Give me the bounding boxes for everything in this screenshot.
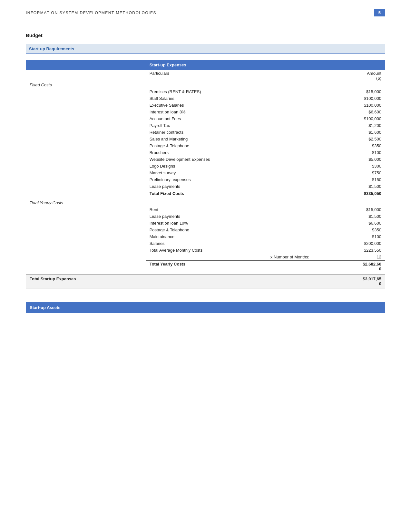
list-item: Total Average Monthly Costs $223,550 <box>26 247 385 254</box>
total-yearly-label: Total Yearly Costs <box>146 261 313 273</box>
table-header-row: Start-up Expenses <box>26 60 385 70</box>
list-item: Lease payments $1,500 <box>26 213 385 220</box>
startup-requirements-label: Start-up Requirements <box>29 46 74 51</box>
list-item: Salaries $200,000 <box>26 240 385 247</box>
list-item: Interest on loan 10% $6,600 <box>26 220 385 227</box>
subheader-row: Particulars Amount ($) <box>26 70 385 82</box>
main-content: Budget Start-up Requirements Start-up Ex… <box>0 20 411 326</box>
startup-assets-bar: Start-up Assets <box>26 302 385 313</box>
list-item: Postage & Telephone $350 <box>26 227 385 233</box>
list-item: Lease payments $1,500 <box>26 183 385 190</box>
list-item: Market survey $750 <box>26 169 385 176</box>
list-item: Executive Salaries $100,000 <box>26 102 385 109</box>
spacer-row <box>26 197 385 199</box>
list-item: Staff Salaries $100,000 <box>26 95 385 102</box>
particulars-col-header: Particulars <box>146 70 313 82</box>
list-item: Maintainance $100 <box>26 233 385 240</box>
list-item: Website Development Expenses $5,000 <box>26 156 385 163</box>
months-label: x Number of Months: <box>146 254 313 261</box>
fixed-costs-label-row: Fixed Costs <box>26 82 385 88</box>
total-fixed-costs-row: Total Fixed Costs $335,050 <box>26 190 385 197</box>
list-item: Preliminary expenses $150 <box>26 176 385 183</box>
fixed-costs-label: Fixed Costs <box>26 82 146 88</box>
header-col-amount <box>313 60 385 70</box>
budget-heading: Budget <box>26 33 385 38</box>
list-item: Retainer contracts $1,600 <box>26 129 385 136</box>
expenses-table: Start-up Expenses Particulars Amount ($)… <box>26 60 385 288</box>
total-fixed-costs-label: Total Fixed Costs <box>146 190 313 197</box>
total-fixed-costs-amount: $335,050 <box>313 190 385 197</box>
total-startup-row: Total Startup Expenses $3,017,650 <box>26 275 385 288</box>
list-item: Accountant Fees $100,000 <box>26 115 385 122</box>
startup-assets-label: Start-up Assets <box>30 305 61 310</box>
list-item: Brouchers $100 <box>26 149 385 156</box>
amount-col-header: Amount ($) <box>313 70 385 82</box>
page-container: INFORMATION SYSTEM DEVELOPMENT METHODOLO… <box>0 0 411 532</box>
list-item: Payroll Tax $1,200 <box>26 122 385 129</box>
total-startup-label: Total Startup Expenses <box>26 275 146 288</box>
startup-requirements-bar: Start-up Requirements <box>26 44 385 54</box>
months-value: 12 <box>313 254 385 261</box>
header-col-label <box>26 60 146 70</box>
page-number: 5 <box>374 9 385 16</box>
list-item: Logo Designs $300 <box>26 163 385 169</box>
yearly-costs-label-row: Total Yearly Costs <box>26 199 385 206</box>
total-yearly-costs-row: Total Yearly Costs $2,682,600 <box>26 261 385 273</box>
header-title: INFORMATION SYSTEM DEVELOPMENT METHODOLO… <box>26 11 156 15</box>
list-item: Premises (RENT & RATES) $15,000 <box>26 88 385 95</box>
page-header: INFORMATION SYSTEM DEVELOPMENT METHODOLO… <box>0 0 411 20</box>
total-startup-amount: $3,017,650 <box>313 275 385 288</box>
list-item: Interest on loan 8% $6,600 <box>26 109 385 115</box>
list-item: Postage & Telephone $350 <box>26 142 385 149</box>
list-item: Sales and Marketing $2,500 <box>26 136 385 142</box>
header-col-particulars: Start-up Expenses <box>146 60 313 70</box>
yearly-costs-label: Total Yearly Costs <box>26 199 146 206</box>
total-yearly-amount: $2,682,600 <box>313 261 385 273</box>
list-item: Rent $15,000 <box>26 206 385 213</box>
months-row: x Number of Months: 12 <box>26 254 385 261</box>
